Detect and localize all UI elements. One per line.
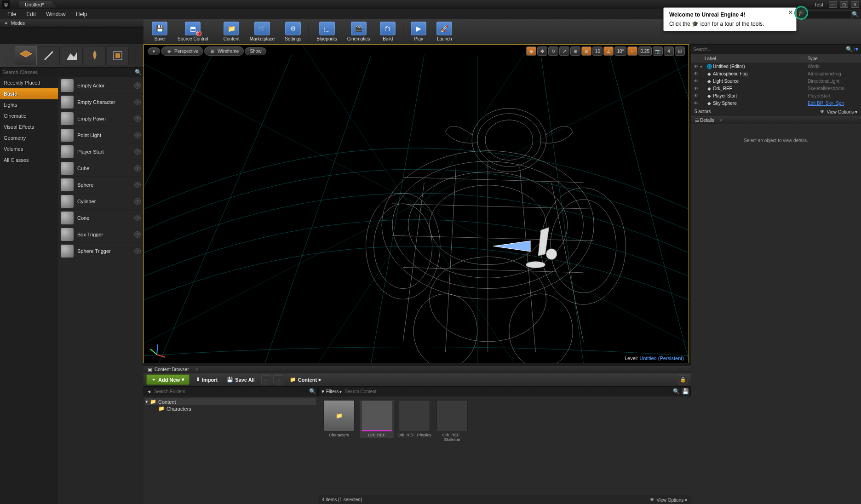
- asset-item[interactable]: Ork_REF_Physics: [397, 400, 431, 438]
- add-filter-icon[interactable]: +▾: [852, 46, 859, 52]
- viewport-viewmode-dropdown[interactable]: ⊞Wireframe: [204, 46, 244, 56]
- source-control-button[interactable]: ⬒⊘Source Control: [173, 21, 213, 42]
- help-icon[interactable]: ?: [134, 132, 141, 138]
- menu-file[interactable]: File: [3, 10, 21, 18]
- minimize-button[interactable]: —: [829, 1, 837, 8]
- chevron-down-icon[interactable]: ▾: [700, 64, 706, 69]
- outliner-row-root[interactable]: 👁 ▾ 🌐 Untitled (Editor) World: [691, 63, 861, 70]
- category-item[interactable]: All Classes: [0, 155, 58, 166]
- mode-geometry-icon[interactable]: [107, 46, 129, 65]
- eye-icon[interactable]: 👁: [694, 79, 700, 84]
- tree-node-content[interactable]: ▾📁Content: [145, 398, 316, 405]
- eye-icon[interactable]: 👁: [694, 64, 700, 69]
- placeable-item[interactable]: Empty Pawn?: [58, 110, 144, 127]
- category-item[interactable]: Basic: [0, 88, 58, 99]
- placeable-item[interactable]: Sphere Trigger?: [58, 243, 144, 259]
- nav-back-button[interactable]: ←: [261, 375, 271, 384]
- search-icon[interactable]: 🔍: [135, 69, 141, 75]
- category-item[interactable]: Cinematic: [0, 110, 58, 121]
- build-button[interactable]: ⛫Build: [375, 21, 400, 42]
- eye-icon[interactable]: 👁: [694, 71, 700, 76]
- placeable-item[interactable]: Cylinder?: [58, 193, 144, 210]
- search-icon[interactable]: 🔍: [852, 11, 858, 17]
- grid-snap-toggle[interactable]: ⊞: [581, 46, 591, 56]
- help-icon[interactable]: ?: [134, 82, 141, 89]
- camera-speed-value[interactable]: 4: [664, 46, 674, 56]
- placeable-item[interactable]: Cube?: [58, 160, 144, 177]
- grid-snap-value[interactable]: 10: [592, 46, 603, 56]
- angle-snap-value[interactable]: 10°: [614, 46, 626, 56]
- help-icon[interactable]: ?: [134, 231, 141, 238]
- placeable-item[interactable]: Player Start?: [58, 143, 144, 160]
- classes-search-input[interactable]: [2, 69, 135, 75]
- asset-item[interactable]: Ork_REF: [360, 400, 394, 438]
- save-button[interactable]: 💾Save: [147, 21, 172, 42]
- transform-scale-button[interactable]: ⤢: [559, 46, 569, 56]
- placeable-item[interactable]: Sphere?: [58, 177, 144, 193]
- collapse-icon[interactable]: ◂: [146, 388, 152, 395]
- outliner-row[interactable]: 👁◆Sky SphereEdit BP_Sky_Sph: [691, 99, 861, 107]
- coordinate-space-button[interactable]: ⊕: [570, 46, 580, 56]
- outliner-row[interactable]: 👁◆Ork_REFSkeletalMeshActo: [691, 85, 861, 92]
- tab-close-icon[interactable]: ✕: [195, 367, 199, 372]
- outliner-row[interactable]: 👁◆Atmospheric FogAtmosphericFog: [691, 70, 861, 77]
- blueprints-button[interactable]: ⬚Blueprints: [312, 21, 341, 42]
- search-icon[interactable]: 🔍: [846, 46, 852, 52]
- close-button[interactable]: ✕: [851, 1, 859, 8]
- document-tab[interactable]: Untitled*: [19, 1, 58, 8]
- help-icon[interactable]: ?: [134, 215, 141, 221]
- mode-paint-icon[interactable]: [38, 46, 60, 65]
- column-type[interactable]: Type: [808, 56, 858, 61]
- category-item[interactable]: Recently Placed: [0, 77, 58, 88]
- outliner-row[interactable]: 👁◆Light SourceDirectionalLight: [691, 77, 861, 85]
- content-button[interactable]: 📁Content: [219, 21, 244, 42]
- filters-dropdown[interactable]: ▼Filters▾: [321, 389, 342, 394]
- close-icon[interactable]: ✕: [788, 9, 793, 16]
- scale-snap-toggle[interactable]: ↔: [627, 46, 637, 56]
- outliner-search-input[interactable]: [693, 47, 846, 52]
- menu-window[interactable]: Window: [41, 10, 70, 18]
- viewport-show-dropdown[interactable]: Show: [245, 47, 266, 55]
- transform-rotate-button[interactable]: ↻: [548, 46, 558, 56]
- help-icon[interactable]: ?: [134, 149, 141, 155]
- details-panel-tab[interactable]: ☷ Details ✕: [691, 116, 861, 124]
- folder-search-input[interactable]: [154, 389, 307, 394]
- placeable-item[interactable]: Cone?: [58, 210, 144, 226]
- content-browser-tab[interactable]: ▣ Content Browser ✕: [144, 365, 691, 373]
- save-all-button[interactable]: 💾Save All: [224, 375, 257, 384]
- help-icon[interactable]: ?: [134, 115, 141, 122]
- category-item[interactable]: Lights: [0, 99, 58, 110]
- scale-snap-value[interactable]: 0.25: [638, 46, 652, 56]
- column-label[interactable]: Label: [698, 56, 808, 61]
- transform-select-button[interactable]: ◉: [526, 46, 536, 56]
- category-item[interactable]: Geometry: [0, 132, 58, 143]
- mode-place-icon[interactable]: [15, 46, 37, 65]
- launch-button[interactable]: 🚀Launch: [432, 21, 457, 42]
- outliner-row[interactable]: 👁◆Player StartPlayerStart: [691, 92, 861, 99]
- tab-close-icon[interactable]: ✕: [719, 118, 723, 123]
- tutorial-hub-icon[interactable]: 🎓: [794, 6, 808, 20]
- eye-icon[interactable]: 👁: [694, 93, 700, 98]
- search-icon[interactable]: 🔍: [673, 388, 679, 395]
- mode-landscape-icon[interactable]: [61, 46, 83, 65]
- eye-icon[interactable]: 👁: [694, 101, 700, 106]
- help-icon[interactable]: ?: [134, 248, 141, 254]
- help-icon[interactable]: ?: [134, 198, 141, 205]
- placeable-item[interactable]: Empty Actor?: [58, 77, 144, 94]
- asset-folder[interactable]: 📁Characters: [322, 400, 356, 438]
- play-button[interactable]: ▶Play: [406, 21, 431, 42]
- viewport-perspective-dropdown[interactable]: ◈Perspective: [161, 46, 203, 56]
- category-item[interactable]: Volumes: [0, 143, 58, 155]
- placeable-item[interactable]: Point Light?: [58, 127, 144, 143]
- save-icon[interactable]: 💾: [682, 388, 689, 395]
- menu-edit[interactable]: Edit: [22, 10, 40, 18]
- actor-type[interactable]: Edit BP_Sky_Sph: [808, 101, 858, 106]
- camera-speed-icon[interactable]: 📷: [653, 46, 663, 56]
- placeable-item[interactable]: Empty Character?: [58, 94, 144, 110]
- viewport-options-dropdown[interactable]: ▾: [148, 47, 160, 55]
- lock-button[interactable]: 🔒: [678, 375, 688, 384]
- maximize-button[interactable]: ▢: [840, 1, 848, 8]
- angle-snap-toggle[interactable]: ∠: [603, 46, 614, 56]
- viewport[interactable]: ▾ ◈Perspective ⊞Wireframe Show ◉ ✥ ↻ ⤢ ⊕…: [144, 44, 689, 363]
- view-options-dropdown[interactable]: 👁 View Options ▾: [649, 497, 687, 503]
